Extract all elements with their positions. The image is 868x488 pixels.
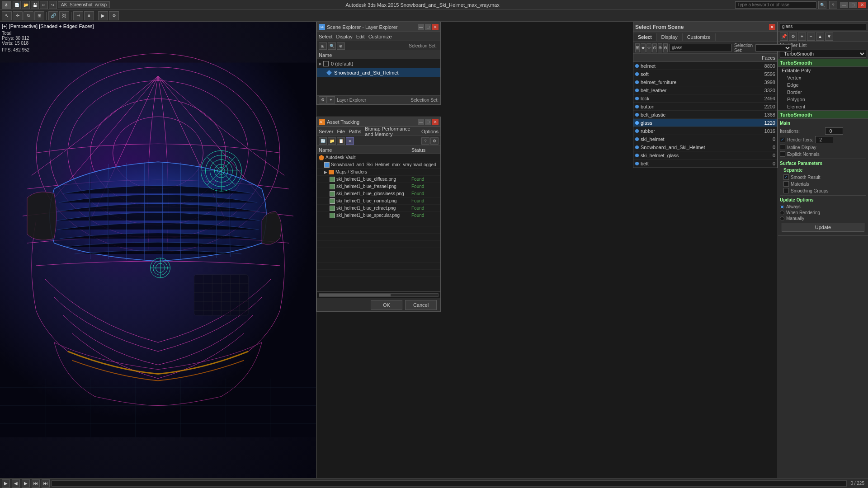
tab-select[interactable]: Select	[633, 33, 657, 41]
obj-row-snowboard[interactable]: Snowboard_and_Ski_Helmet 0	[633, 143, 777, 151]
filter-btn[interactable]: ⊞	[319, 42, 327, 50]
asset-ok-btn[interactable]: OK	[371, 300, 402, 310]
scene-explorer-minimize[interactable]: —	[418, 24, 424, 30]
scene-explorer-header[interactable]: SE Scene Explorer - Layer Explorer — □ ✕	[317, 22, 440, 32]
mod-remove-btn[interactable]: −	[807, 33, 815, 41]
mirror-tool[interactable]: ⊣	[73, 11, 83, 20]
mod-pin-btn[interactable]: 📌	[780, 33, 788, 41]
asset-help-btn[interactable]: ?	[421, 137, 429, 145]
iterations-input[interactable]	[825, 127, 843, 135]
mod-move-up-btn[interactable]: ▲	[816, 33, 824, 41]
obj-row-belt-plastic[interactable]: belt_plastic 1368	[633, 111, 777, 119]
asset-tb-btn4[interactable]: ≡	[346, 137, 354, 145]
menu-customize[interactable]: Customize	[368, 34, 392, 39]
tree-item-default-layer[interactable]: ▶ 0 (default)	[317, 59, 440, 68]
asset-row-maxfile[interactable]: Snowboard_and_Ski_Helmet_max_vray.max Lo…	[317, 161, 440, 169]
sel-all-btn[interactable]: ★	[641, 43, 646, 52]
obj-row-glass[interactable]: glass 1220	[633, 119, 777, 127]
asset-close[interactable]: ✕	[432, 119, 439, 125]
sub-element[interactable]: Element	[778, 103, 868, 110]
asset-cancel-btn[interactable]: Cancel	[405, 300, 437, 310]
new-btn[interactable]: 📄	[13, 1, 21, 9]
select-tool[interactable]: ↖	[2, 11, 12, 20]
asset-menu-file[interactable]: File	[337, 129, 345, 134]
when-rendering-radio[interactable]	[780, 211, 784, 215]
expand-btn[interactable]: ⊕	[337, 42, 345, 50]
sel-search-input[interactable]	[670, 44, 731, 52]
asset-row-specular[interactable]: ski_helmet1_blue_specular.png Found	[317, 212, 440, 219]
minimize-btn[interactable]: —	[840, 2, 848, 8]
manually-radio[interactable]	[780, 216, 784, 221]
unlink-tool[interactable]: ⛓	[59, 11, 69, 20]
editable-poly-item[interactable]: Editable Poly	[778, 67, 868, 74]
asset-menu-bitmap[interactable]: Bitmap Performance and Memory	[365, 126, 418, 137]
redo-btn[interactable]: ↪	[49, 1, 57, 9]
explicit-normals-checkbox[interactable]	[780, 151, 785, 157]
le-options-btn[interactable]: +	[327, 96, 335, 103]
next-frame-btn[interactable]: ▶	[22, 479, 30, 488]
render-setup-btn[interactable]: ⚙	[109, 11, 119, 20]
obj-row-helmet[interactable]: helmet 8800	[633, 62, 777, 70]
menu-select[interactable]: Select	[319, 34, 333, 39]
maximize-btn[interactable]: □	[849, 2, 857, 8]
sel-collapse-btn[interactable]: ⊖	[663, 43, 668, 52]
obj-row-belt-leather[interactable]: belt_leather 3320	[633, 86, 777, 94]
obj-row-rubber[interactable]: rubber 1016	[633, 127, 777, 135]
modifier-search-input[interactable]	[780, 23, 866, 30]
turbsmooth-stack-item[interactable]: TurboSmooth	[778, 59, 868, 67]
modifier-list-dropdown[interactable]: TurboSmooth	[780, 50, 866, 58]
sel-none-btn[interactable]: ☆	[646, 43, 651, 52]
menu-display[interactable]: Display	[336, 34, 353, 39]
tab-customize[interactable]: Customize	[683, 33, 716, 41]
obj-row-helmet-furniture[interactable]: helmet_furniture 3998	[633, 78, 777, 86]
asset-row-maps-folder[interactable]: ▶ Maps / Shaders	[317, 169, 440, 176]
workspace-label[interactable]: AK_Screenshot_wrksp	[58, 1, 110, 8]
mod-move-down-btn[interactable]: ▼	[825, 33, 833, 41]
asset-tb-btn2[interactable]: 📁	[328, 137, 336, 145]
sub-vertex[interactable]: Vertex	[778, 74, 868, 81]
obj-row-button[interactable]: button 2200	[633, 103, 777, 111]
close-btn[interactable]: ✕	[858, 2, 866, 8]
asset-menu-paths[interactable]: Paths	[349, 129, 361, 134]
sub-edge[interactable]: Edge	[778, 81, 868, 89]
play-btn[interactable]: ▶	[2, 479, 10, 488]
link-tool[interactable]: 🔗	[48, 11, 58, 20]
isoline-checkbox[interactable]	[780, 145, 785, 150]
undo-btn[interactable]: ↩	[40, 1, 48, 9]
select-scene-header[interactable]: Select From Scene ✕	[633, 22, 777, 32]
sub-border[interactable]: Border	[778, 89, 868, 96]
asset-maximize[interactable]: □	[425, 119, 431, 125]
always-radio[interactable]	[780, 205, 784, 209]
asset-row-vault[interactable]: Autodesk Vault	[317, 154, 440, 161]
asset-row-diffuse[interactable]: ski_helmet1_blue_diffuse.png Found	[317, 176, 440, 183]
next-key-btn[interactable]: ⏭	[42, 479, 50, 488]
asset-row-normal[interactable]: ski_helmet1_blue_normal.png Found	[317, 197, 440, 205]
asset-row-glossiness[interactable]: ski_helmet1_blue_glossiness.png Found	[317, 190, 440, 197]
tab-display[interactable]: Display	[657, 33, 683, 41]
select-scene-close[interactable]: ✕	[769, 24, 775, 30]
global-search[interactable]	[735, 1, 816, 9]
prev-key-btn[interactable]: ⏮	[32, 479, 40, 488]
timeline-bar[interactable]	[52, 480, 847, 487]
smooth-result-checkbox[interactable]: ✓	[783, 174, 789, 180]
search-btn[interactable]: 🔍	[328, 42, 336, 50]
viewport-3d[interactable]: [+] [Perspective] [Shaded + Edged Faces]…	[0, 22, 316, 478]
le-settings-btn[interactable]: ⚙	[319, 96, 327, 103]
asset-settings-btn[interactable]: ⚙	[430, 137, 439, 145]
move-tool[interactable]: ✛	[13, 11, 23, 20]
search-icon[interactable]: 🔍	[818, 1, 826, 9]
asset-tb-btn3[interactable]: 📋	[337, 137, 345, 145]
asset-menu-server[interactable]: Server	[319, 129, 333, 134]
scene-explorer-maximize[interactable]: □	[425, 24, 431, 30]
rotate-tool[interactable]: ↻	[24, 11, 33, 20]
tree-item-helmet[interactable]: Snowboard_and_Ski_Helmet	[317, 68, 440, 77]
scene-explorer-close[interactable]: ✕	[432, 24, 439, 30]
sel-set-dropdown[interactable]	[755, 44, 792, 52]
obj-row-soft[interactable]: soft 5596	[633, 70, 777, 78]
asset-tb-btn1[interactable]: 🔄	[319, 137, 327, 145]
obj-row-ski-glass[interactable]: ski_helmet_glass 0	[633, 151, 777, 160]
help-icon[interactable]: ?	[829, 1, 837, 9]
open-btn[interactable]: 📂	[22, 1, 30, 9]
save-btn[interactable]: 💾	[31, 1, 39, 9]
smoothing-groups-checkbox[interactable]	[783, 188, 789, 193]
